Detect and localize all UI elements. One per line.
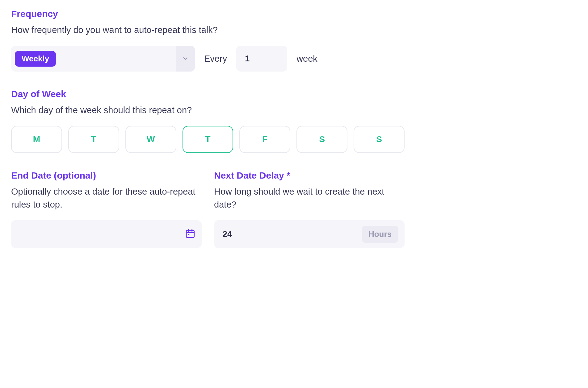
next-delay-unit[interactable]: Hours [362,226,398,243]
day-button-3[interactable]: T [183,126,233,153]
next-delay-description: How long should we wait to create the ne… [214,185,405,211]
frequency-row: Weekly Every 1 week [11,46,405,72]
svg-rect-0 [186,230,194,237]
every-label: Every [204,54,227,64]
days-row: MTWTFSS [11,126,405,153]
end-date-section: End Date (optional) Optionally choose a … [11,170,202,248]
chevron-down-icon[interactable] [176,46,195,72]
bottom-row: End Date (optional) Optionally choose a … [11,170,405,248]
day-of-week-description: Which day of the week should this repeat… [11,104,405,117]
every-value-input[interactable]: 1 [236,46,287,72]
frequency-title: Frequency [11,9,405,19]
day-of-week-section: Day of Week Which day of the week should… [11,89,405,153]
end-date-description: Optionally choose a date for these auto-… [11,185,202,211]
next-delay-title: Next Date Delay * [214,170,405,181]
next-delay-input[interactable]: 24 Hours [214,220,405,248]
day-button-4[interactable]: F [239,126,290,153]
end-date-input[interactable] [11,220,202,248]
frequency-description: How frequently do you want to auto-repea… [11,23,405,36]
day-button-0[interactable]: M [11,126,62,153]
day-button-5[interactable]: S [296,126,347,153]
next-delay-value: 24 [220,229,232,239]
calendar-icon[interactable] [185,228,195,240]
end-date-title: End Date (optional) [11,170,202,181]
day-button-6[interactable]: S [354,126,405,153]
day-button-2[interactable]: W [125,126,176,153]
svg-rect-4 [188,234,189,235]
unit-label: week [296,54,317,64]
day-button-1[interactable]: T [68,126,119,153]
frequency-section: Frequency How frequently do you want to … [11,9,405,72]
next-delay-section: Next Date Delay * How long should we wai… [214,170,405,248]
frequency-select[interactable]: Weekly [11,46,195,72]
frequency-chip: Weekly [15,51,56,67]
every-value: 1 [245,54,250,64]
day-of-week-title: Day of Week [11,89,405,99]
